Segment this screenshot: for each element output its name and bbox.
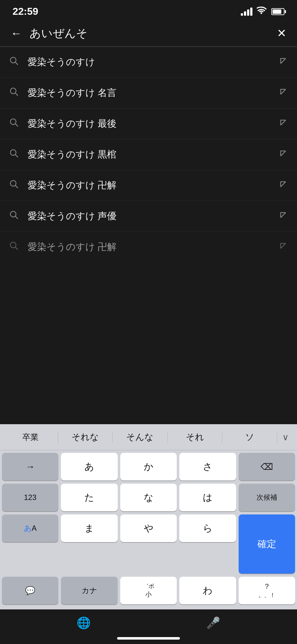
key-ya[interactable]: や bbox=[120, 514, 177, 542]
svg-line-17 bbox=[281, 213, 286, 218]
key-punct-small: 。、！ bbox=[258, 592, 275, 599]
mic-icon[interactable]: 🎤 bbox=[206, 616, 220, 630]
search-icon bbox=[9, 149, 19, 160]
battery-icon bbox=[271, 8, 284, 15]
arrow-icon bbox=[279, 57, 288, 68]
key-na[interactable]: な bbox=[120, 484, 177, 511]
prediction-word-2[interactable]: それな bbox=[58, 429, 113, 446]
key-punct[interactable]: ？ 。、！ bbox=[239, 577, 295, 604]
prediction-word-5[interactable]: ソ bbox=[222, 429, 277, 446]
suggestion-text: 愛染そうのすけ 名言 bbox=[28, 86, 279, 99]
search-header: ← あいぜんそ ✕ bbox=[0, 20, 297, 47]
back-button[interactable]: ← bbox=[9, 25, 23, 41]
suggestion-item[interactable]: 愛染そうのすけ bbox=[0, 47, 297, 78]
keyboard-row-3: あA ま や ら 確定 bbox=[2, 514, 295, 574]
svg-point-12 bbox=[10, 180, 16, 186]
key-ha[interactable]: は bbox=[179, 484, 236, 511]
status-bar: 22:59 bbox=[0, 0, 297, 20]
status-time: 22:59 bbox=[13, 6, 38, 17]
key-ra[interactable]: ら bbox=[179, 514, 236, 542]
key-arrow-right[interactable]: → bbox=[2, 453, 58, 480]
home-bar bbox=[117, 637, 180, 640]
suggestions-list: 愛染そうのすけ 愛染そうのすけ 名言 bbox=[0, 47, 297, 262]
svg-line-4 bbox=[15, 93, 18, 96]
suggestion-text: 愛染そうのすけ 卍解 bbox=[28, 179, 279, 192]
suggestion-text: 愛染そうのすけ bbox=[28, 56, 279, 69]
svg-line-13 bbox=[15, 186, 18, 188]
close-button[interactable]: ✕ bbox=[276, 25, 288, 41]
wifi-icon bbox=[257, 7, 267, 17]
keyboard-rows: → あ か さ ⌫ 123 た な は 次候補 あA ま や ら 確定 💬 カ bbox=[0, 450, 297, 609]
search-icon bbox=[9, 118, 19, 130]
status-icons bbox=[241, 7, 284, 17]
svg-line-7 bbox=[15, 124, 18, 126]
signal-icon bbox=[241, 8, 252, 16]
keyboard-row-1: → あ か さ ⌫ bbox=[2, 453, 295, 480]
prediction-word-3[interactable]: そんな bbox=[113, 429, 167, 446]
prediction-word-1[interactable]: 卒業 bbox=[3, 429, 58, 445]
search-icon bbox=[9, 180, 19, 191]
svg-line-8 bbox=[281, 120, 286, 125]
key-sa[interactable]: さ bbox=[179, 453, 236, 480]
svg-point-0 bbox=[10, 57, 16, 63]
key-kana[interactable]: カナ bbox=[61, 577, 117, 604]
prediction-word-4[interactable]: それ bbox=[168, 429, 222, 446]
key-ma[interactable]: ま bbox=[61, 514, 117, 542]
suggestion-item[interactable]: 愛染そうのすけ 声優 bbox=[0, 201, 297, 232]
keyboard-row-2: 123 た な は 次候補 bbox=[2, 484, 295, 511]
svg-line-19 bbox=[15, 247, 18, 250]
suggestion-item[interactable]: 愛染そうのすけ 名言 bbox=[0, 78, 297, 108]
suggestion-text: 愛染そうのすけ 黒棺 bbox=[28, 148, 279, 161]
delete-icon: ⌫ bbox=[261, 462, 273, 472]
svg-point-3 bbox=[10, 88, 16, 94]
search-query[interactable]: あいぜんそ bbox=[30, 26, 269, 41]
suggestion-item[interactable]: 愛染そうのすけ 卍解 bbox=[0, 170, 297, 201]
svg-line-5 bbox=[281, 89, 286, 94]
svg-line-2 bbox=[281, 58, 286, 64]
bottom-bar: 🌐 🎤 bbox=[0, 609, 297, 635]
svg-line-16 bbox=[15, 216, 18, 219]
key-ta[interactable]: た bbox=[61, 484, 117, 511]
arrow-icon bbox=[279, 118, 288, 129]
prediction-bar: 卒業 それな そんな それ ソ ∨ bbox=[0, 424, 297, 450]
key-delete[interactable]: ⌫ bbox=[239, 453, 295, 480]
arrow-icon bbox=[279, 87, 288, 98]
svg-point-18 bbox=[10, 242, 16, 248]
key-wa[interactable]: わ bbox=[179, 577, 236, 604]
globe-icon[interactable]: 🌐 bbox=[77, 616, 91, 630]
suggestion-item[interactable]: 愛染そうのすけ 黒棺 bbox=[0, 139, 297, 170]
key-question: ？ bbox=[263, 582, 270, 591]
key-dakuten[interactable]: ゛ポ 小 bbox=[120, 577, 177, 604]
search-icon bbox=[9, 210, 19, 222]
key-confirm[interactable]: 確定 bbox=[239, 514, 295, 574]
arrow-icon bbox=[279, 242, 288, 253]
arrow-icon bbox=[279, 149, 288, 160]
search-icon bbox=[9, 241, 19, 253]
svg-line-14 bbox=[281, 182, 286, 187]
key-emoji[interactable]: 💬 bbox=[2, 577, 58, 604]
svg-line-11 bbox=[281, 151, 286, 156]
key-dakuten-top: ゛ポ bbox=[143, 583, 154, 590]
svg-point-15 bbox=[10, 211, 16, 217]
svg-point-9 bbox=[10, 150, 16, 155]
key-a[interactable]: あ bbox=[61, 453, 117, 480]
suggestion-text: 愛染そうのすけ 声優 bbox=[28, 210, 279, 223]
home-indicator bbox=[0, 635, 297, 644]
key-ka[interactable]: か bbox=[120, 453, 177, 480]
svg-point-6 bbox=[10, 119, 16, 125]
svg-line-10 bbox=[15, 155, 18, 157]
suggestion-item-partial[interactable]: 愛染そうのすけ 卍解 bbox=[0, 232, 297, 262]
svg-line-20 bbox=[281, 243, 286, 248]
search-icon bbox=[9, 56, 19, 68]
suggestion-text: 愛染そうのすけ 最後 bbox=[28, 117, 279, 130]
arrow-icon bbox=[279, 211, 288, 222]
keyboard-area: 卒業 それな そんな それ ソ ∨ → あ か さ ⌫ 123 た な は 次候… bbox=[0, 424, 297, 644]
arrow-icon bbox=[279, 180, 288, 191]
key-next-candidate[interactable]: 次候補 bbox=[239, 484, 295, 511]
key-lang-toggle[interactable]: あA bbox=[2, 514, 58, 542]
key-123[interactable]: 123 bbox=[2, 484, 58, 511]
keyboard-collapse-button[interactable]: ∨ bbox=[277, 430, 294, 445]
keyboard-row-4: 💬 カナ ゛ポ 小 わ ？ 。、！ bbox=[2, 577, 295, 604]
suggestion-item[interactable]: 愛染そうのすけ 最後 bbox=[0, 108, 297, 139]
search-icon bbox=[9, 87, 19, 99]
